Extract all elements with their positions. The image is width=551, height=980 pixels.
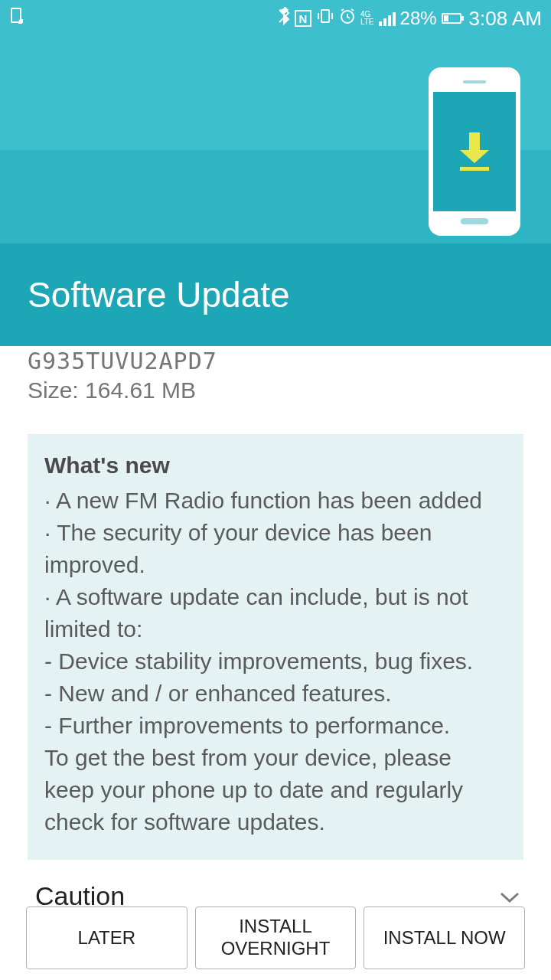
- status-right: N 4GLTE 28% 3:08 AM: [278, 7, 542, 31]
- bluetooth-icon: [278, 7, 290, 30]
- install-overnight-button[interactable]: INSTALL OVERNIGHT: [195, 906, 357, 969]
- lte-icon: 4GLTE: [360, 11, 374, 26]
- page-title: Software Update: [28, 274, 290, 315]
- status-bar: N 4GLTE 28% 3:08 AM: [0, 0, 551, 37]
- vibrate-icon: [316, 8, 334, 29]
- clock: 3:08 AM: [469, 7, 542, 31]
- action-buttons: LATER INSTALL OVERNIGHT INSTALL NOW: [26, 906, 525, 969]
- hero-banner: [0, 37, 551, 243]
- phone-illustration: [429, 67, 520, 236]
- later-button[interactable]: LATER: [26, 906, 187, 969]
- chevron-down-icon: [499, 884, 520, 909]
- nfc-icon: N: [295, 10, 311, 27]
- whats-new-body: · A new FM Radio function has been added…: [44, 485, 507, 838]
- version-text: G935TUVU2APD7: [28, 348, 523, 374]
- download-icon: [455, 129, 494, 175]
- whats-new-panel: What's new · A new FM Radio function has…: [28, 434, 523, 860]
- svg-rect-3: [460, 167, 489, 171]
- rotate-icon: [9, 7, 24, 30]
- battery-percent: 28%: [400, 8, 437, 29]
- battery-icon: [442, 13, 461, 24]
- size-text: Size: 164.61 MB: [28, 377, 523, 403]
- install-now-button[interactable]: INSTALL NOW: [364, 906, 525, 969]
- whats-new-title: What's new: [44, 452, 507, 479]
- alarm-icon: [339, 8, 356, 29]
- signal-icon: [379, 11, 396, 26]
- title-bar: Software Update: [0, 243, 551, 346]
- svg-rect-1: [321, 10, 329, 22]
- content-area[interactable]: G935TUVU2APD7 Size: 164.61 MB What's new…: [0, 348, 551, 929]
- status-left: [9, 7, 24, 30]
